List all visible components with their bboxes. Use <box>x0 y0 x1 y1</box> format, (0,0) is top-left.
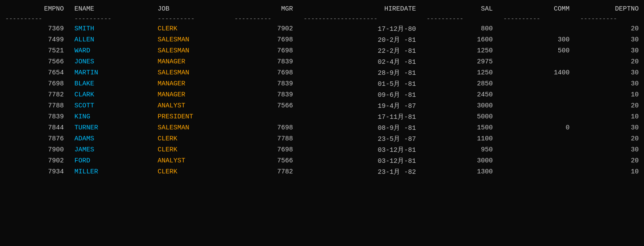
cell-mgr: 7782 <box>229 166 298 177</box>
header-comm: COMM <box>498 4 575 15</box>
cell-ename: WARD <box>69 45 152 56</box>
table-row: 7902FORDANALYST756603-12月-81300020 <box>0 155 644 166</box>
cell-deptno: 30 <box>575 45 644 56</box>
cell-mgr: 7902 <box>229 23 298 34</box>
cell-comm: 1400 <box>498 67 575 78</box>
cell-hiredate: 20-2月 -81 <box>298 34 422 45</box>
table-row: 7788SCOTTANALYST756619-4月 -87300020 <box>0 100 644 111</box>
cell-ename: BLAKE <box>69 78 152 89</box>
cell-ename: KING <box>69 111 152 122</box>
cell-sal: 1250 <box>421 67 498 78</box>
cell-empno: 7934 <box>0 166 69 177</box>
cell-hiredate: 17-11月-81 <box>298 111 422 122</box>
cell-mgr: 7839 <box>229 89 298 100</box>
cell-deptno: 30 <box>575 67 644 78</box>
cell-deptno: 20 <box>575 155 644 166</box>
cell-ename: MARTIN <box>69 67 152 78</box>
cell-deptno: 30 <box>575 144 644 155</box>
cell-comm: 500 <box>498 45 575 56</box>
cell-comm <box>498 133 575 144</box>
table-row: 7934MILLERCLERK778223-1月 -82130010 <box>0 166 644 177</box>
cell-ename: JONES <box>69 56 152 67</box>
cell-ename: ALLEN <box>69 34 152 45</box>
cell-sal: 3000 <box>421 155 498 166</box>
cell-deptno: 20 <box>575 23 644 34</box>
cell-hiredate: 17-12月-80 <box>298 23 422 34</box>
divider-deptno: ---------- <box>575 15 644 23</box>
table-row: 7499ALLENSALESMAN769820-2月 -81160030030 <box>0 34 644 45</box>
cell-deptno: 20 <box>575 100 644 111</box>
cell-ename: FORD <box>69 155 152 166</box>
cell-comm <box>498 166 575 177</box>
cell-comm <box>498 111 575 122</box>
table-body: 7369SMITHCLERK790217-12月-80800207499ALLE… <box>0 23 644 177</box>
table-row: 7844TURNERSALESMAN769808-9月 -811500030 <box>0 122 644 133</box>
cell-ename: JAMES <box>69 144 152 155</box>
divider-job: ---------- <box>153 15 229 23</box>
cell-job: SALESMAN <box>153 45 229 56</box>
cell-job: SALESMAN <box>153 34 229 45</box>
cell-empno: 7499 <box>0 34 69 45</box>
header-hiredate: HIREDATE <box>298 4 422 15</box>
divider-empno: ---------- <box>0 15 69 23</box>
cell-sal: 1250 <box>421 45 498 56</box>
cell-mgr: 7698 <box>229 34 298 45</box>
cell-mgr: 7839 <box>229 56 298 67</box>
cell-mgr: 7698 <box>229 45 298 56</box>
divider-row: ---------- ---------- ---------- -------… <box>0 15 644 23</box>
cell-sal: 2850 <box>421 78 498 89</box>
cell-job: MANAGER <box>153 89 229 100</box>
cell-ename: MILLER <box>69 166 152 177</box>
cell-empno: 7788 <box>0 100 69 111</box>
cell-deptno: 10 <box>575 89 644 100</box>
cell-sal: 1500 <box>421 122 498 133</box>
header-job: JOB <box>153 4 229 15</box>
divider-comm: ---------- <box>498 15 575 23</box>
cell-ename: SCOTT <box>69 100 152 111</box>
divider-hiredate: -------------------- <box>298 15 422 23</box>
cell-empno: 7698 <box>0 78 69 89</box>
cell-ename: SMITH <box>69 23 152 34</box>
cell-mgr: 7839 <box>229 78 298 89</box>
header-deptno: DEPTNO <box>575 4 644 15</box>
cell-hiredate: 02-4月 -81 <box>298 56 422 67</box>
header-empno: EMPNO <box>0 4 69 15</box>
cell-deptno: 20 <box>575 133 644 144</box>
cell-sal: 2975 <box>421 56 498 67</box>
cell-hiredate: 28-9月 -81 <box>298 67 422 78</box>
cell-comm: 300 <box>498 34 575 45</box>
cell-job: CLERK <box>153 144 229 155</box>
cell-empno: 7521 <box>0 45 69 56</box>
header-row: EMPNO ENAME JOB MGR HIREDATE SAL COMM DE… <box>0 4 644 15</box>
table-row: 7698BLAKEMANAGER783901-5月 -81285030 <box>0 78 644 89</box>
cell-deptno: 30 <box>575 34 644 45</box>
cell-deptno: 30 <box>575 122 644 133</box>
cell-sal: 2450 <box>421 89 498 100</box>
cell-hiredate: 01-5月 -81 <box>298 78 422 89</box>
table-row: 7566JONESMANAGER783902-4月 -81297520 <box>0 56 644 67</box>
cell-ename: CLARK <box>69 89 152 100</box>
cell-sal: 1300 <box>421 166 498 177</box>
cell-mgr: 7566 <box>229 100 298 111</box>
cell-sal: 950 <box>421 144 498 155</box>
cell-empno: 7654 <box>0 67 69 78</box>
table-row: 7900JAMESCLERK769803-12月-8195030 <box>0 144 644 155</box>
cell-comm <box>498 23 575 34</box>
cell-empno: 7902 <box>0 155 69 166</box>
cell-comm <box>498 100 575 111</box>
cell-empno: 7844 <box>0 122 69 133</box>
cell-job: ANALYST <box>153 155 229 166</box>
cell-hiredate: 23-5月 -87 <box>298 133 422 144</box>
cell-job: MANAGER <box>153 56 229 67</box>
cell-ename: TURNER <box>69 122 152 133</box>
cell-empno: 7566 <box>0 56 69 67</box>
employee-table: EMPNO ENAME JOB MGR HIREDATE SAL COMM DE… <box>0 4 644 177</box>
cell-job: ANALYST <box>153 100 229 111</box>
cell-hiredate: 19-4月 -87 <box>298 100 422 111</box>
main-table-container: EMPNO ENAME JOB MGR HIREDATE SAL COMM DE… <box>0 0 644 181</box>
cell-deptno: 10 <box>575 111 644 122</box>
cell-comm <box>498 144 575 155</box>
cell-job: PRESIDENT <box>153 111 229 122</box>
cell-job: SALESMAN <box>153 122 229 133</box>
cell-hiredate: 09-6月 -81 <box>298 89 422 100</box>
